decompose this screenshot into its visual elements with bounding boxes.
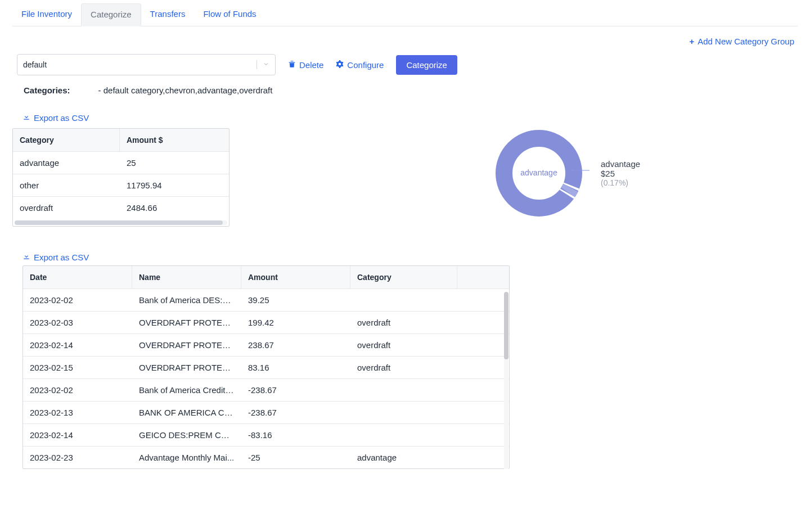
detail-cell-name: OVERDRAFT PROTECTI... [132, 357, 241, 378]
detail-cell-date: 2023-02-14 [23, 424, 132, 446]
callout-value: $25 [601, 169, 640, 178]
detail-cell-amount: 83.16 [241, 357, 350, 378]
detail-vertical-scrollbar-thumb[interactable] [504, 292, 508, 359]
categories-label: Categories: [24, 85, 70, 95]
controls-row: default Delete Configure Categorize [12, 51, 798, 81]
detail-cell-category: overdraft [350, 312, 457, 333]
summary-cell-category: advantage [13, 152, 120, 174]
detail-cell-name: Advantage Monthly Mai... [132, 447, 241, 468]
category-donut-chart: advantage advantage $25 (0.17%) [488, 123, 640, 224]
export-label: Export as CSV [34, 113, 89, 123]
detail-cell-category: overdraft [350, 357, 457, 378]
summary-cell-amount: 25 [120, 152, 229, 174]
table-row[interactable]: 2023-02-14OVERDRAFT PROTECTI...238.67ove… [23, 334, 509, 357]
detail-cell-date: 2023-02-23 [23, 447, 132, 468]
callout-pct: (0.17%) [601, 178, 640, 187]
categories-line: Categories: - default category,chevron,a… [12, 81, 798, 110]
categories-values: - default category,chevron,advantage,ove… [98, 85, 273, 95]
summary-table: Category Amount $ advantage25other11795.… [12, 128, 230, 227]
summary-cell-amount: 2484.66 [120, 197, 229, 219]
download-icon [22, 253, 30, 262]
detail-cell-category [350, 402, 457, 423]
summary-cell-category: overdraft [13, 197, 120, 219]
detail-header-category[interactable]: Category [350, 266, 457, 288]
detail-cell-date: 2023-02-13 [23, 402, 132, 423]
plus-icon: + [689, 37, 694, 46]
detail-cell-date: 2023-02-14 [23, 334, 132, 356]
detail-cell-amount: -238.67 [241, 402, 350, 423]
delete-label: Delete [299, 60, 323, 70]
table-row[interactable]: 2023-02-23Advantage Monthly Mai...-25adv… [23, 447, 509, 468]
download-icon [22, 113, 30, 123]
table-row[interactable]: other11795.94 [13, 174, 229, 197]
tab-categorize[interactable]: Categorize [81, 3, 141, 26]
detail-cell-name: Bank of America Credit ... [132, 379, 241, 401]
detail-cell-amount: 238.67 [241, 334, 350, 356]
summary-cell-amount: 11795.94 [120, 174, 229, 196]
summary-header-row: Category Amount $ [13, 129, 229, 152]
tab-file-inventory[interactable]: File Inventory [12, 3, 81, 26]
tab-transfers[interactable]: Transfers [141, 3, 195, 26]
detail-cell-category [350, 379, 457, 401]
detail-cell-amount: -238.67 [241, 379, 350, 401]
export-detail-csv-button[interactable]: Export as CSV [22, 249, 89, 265]
detail-cell-name: GEICO DES:PREM COL... [132, 424, 241, 446]
detail-cell-name: OVERDRAFT PROTECTI... [132, 312, 241, 333]
category-group-select[interactable]: default [17, 54, 276, 75]
detail-header-row: Date Name Amount Category [23, 266, 509, 289]
detail-cell-amount: -25 [241, 447, 350, 468]
table-row[interactable]: 2023-02-15OVERDRAFT PROTECTI...83.16over… [23, 357, 509, 379]
table-row[interactable]: 2023-02-02Bank of America DES:C...39.25 [23, 289, 509, 312]
categorize-button[interactable]: Categorize [396, 55, 457, 75]
detail-cell-amount: 199.42 [241, 312, 350, 333]
configure-button[interactable]: Configure [336, 60, 384, 70]
detail-table: Date Name Amount Category 2023-02-02Bank… [22, 265, 510, 469]
trash-icon [288, 60, 296, 70]
summary-header-amount[interactable]: Amount $ [120, 129, 229, 151]
detail-cell-category [350, 424, 457, 446]
summary-horizontal-scrollbar[interactable] [13, 220, 229, 226]
detail-cell-amount: 39.25 [241, 289, 350, 311]
detail-cell-name: OVERDRAFT PROTECTI... [132, 334, 241, 356]
detail-cell-name: BANK OF AMERICA CR... [132, 402, 241, 423]
top-actions: + Add New Category Group [12, 26, 798, 51]
detail-cell-date: 2023-02-02 [23, 379, 132, 401]
chevron-down-icon [256, 60, 269, 69]
summary-header-category[interactable]: Category [13, 129, 120, 151]
detail-cell-category: overdraft [350, 334, 457, 356]
callout-name: advantage [601, 159, 640, 169]
detail-cell-amount: -83.16 [241, 424, 350, 446]
detail-header-name[interactable]: Name [132, 266, 241, 288]
table-row[interactable]: 2023-02-03OVERDRAFT PROTECTI...199.42ove… [23, 312, 509, 334]
export-label: Export as CSV [34, 253, 89, 262]
summary-cell-category: other [13, 174, 120, 196]
table-row[interactable]: 2023-02-13BANK OF AMERICA CR...-238.67 [23, 402, 509, 424]
detail-cell-category [350, 289, 457, 311]
add-category-group-button[interactable]: + Add New Category Group [689, 37, 794, 46]
detail-header-amount[interactable]: Amount [241, 266, 350, 288]
detail-cell-category: advantage [350, 447, 457, 468]
delete-button[interactable]: Delete [288, 60, 323, 70]
table-row[interactable]: advantage25 [13, 152, 229, 174]
export-summary-csv-button[interactable]: Export as CSV [12, 110, 89, 126]
table-row[interactable]: 2023-02-02Bank of America Credit ...-238… [23, 379, 509, 402]
select-value: default [23, 60, 47, 69]
detail-cell-date: 2023-02-15 [23, 357, 132, 378]
table-row[interactable]: overdraft2484.66 [13, 197, 229, 219]
tab-flow-of-funds[interactable]: Flow of Funds [194, 3, 265, 26]
detail-cell-date: 2023-02-03 [23, 312, 132, 333]
donut-center-label: advantage [520, 168, 557, 177]
tabs-bar: File Inventory Categorize Transfers Flow… [12, 0, 798, 26]
detail-header-date[interactable]: Date [23, 266, 132, 288]
configure-label: Configure [347, 60, 384, 70]
donut-callout: advantage $25 (0.17%) [601, 159, 640, 187]
svg-point-1 [572, 169, 574, 172]
detail-header-pad [457, 266, 509, 288]
add-category-group-label: Add New Category Group [698, 37, 794, 46]
detail-cell-name: Bank of America DES:C... [132, 289, 241, 311]
table-row[interactable]: 2023-02-14GEICO DES:PREM COL...-83.16 [23, 424, 509, 447]
gear-icon [336, 60, 344, 70]
detail-cell-date: 2023-02-02 [23, 289, 132, 311]
